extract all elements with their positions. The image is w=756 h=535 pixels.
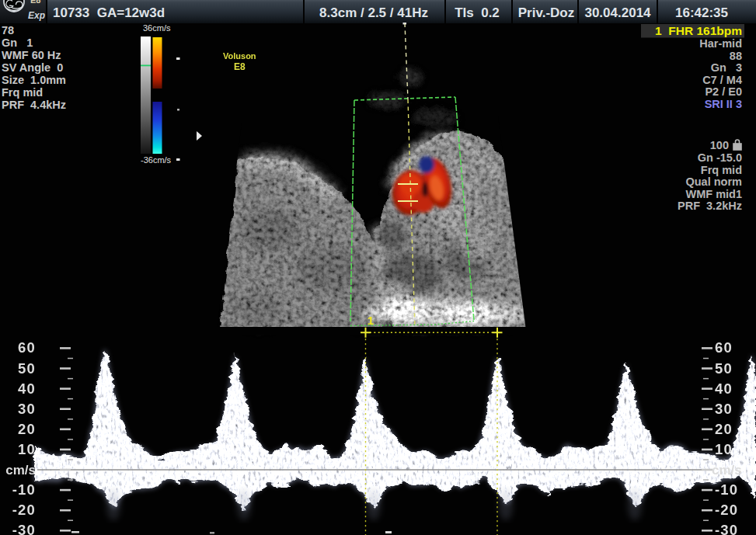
- svg-text:Har-mid: Har-mid: [699, 37, 742, 50]
- svg-text:36cm/s: 36cm/s: [143, 23, 171, 33]
- svg-text:Gn 1: Gn 1: [2, 36, 33, 49]
- svg-text:10733 GA=12w3d: 10733 GA=12w3d: [53, 5, 165, 20]
- svg-text:60: 60: [18, 339, 36, 356]
- svg-text:88: 88: [730, 50, 742, 62]
- svg-text:-30: -30: [715, 522, 738, 535]
- svg-text:PRF 3.2kHz: PRF 3.2kHz: [678, 200, 742, 212]
- svg-text:1 FHR 161bpm: 1 FHR 161bpm: [655, 24, 742, 37]
- svg-text:SV Angle 0: SV Angle 0: [2, 61, 63, 74]
- svg-text:-10: -10: [12, 481, 36, 498]
- svg-text:PRF 4.4kHz: PRF 4.4kHz: [2, 99, 66, 111]
- svg-text:Frq mid: Frq mid: [2, 86, 43, 99]
- svg-text:-20: -20: [12, 502, 36, 518]
- svg-text:30: 30: [18, 401, 36, 417]
- svg-text:Qual norm: Qual norm: [685, 175, 742, 188]
- svg-text:10: 10: [715, 441, 733, 457]
- svg-text:WMF mid1: WMF mid1: [686, 188, 743, 200]
- svg-text:8.3cm / 2.5 / 41Hz: 8.3cm / 2.5 / 41Hz: [319, 5, 428, 20]
- svg-text:40: 40: [18, 380, 36, 397]
- svg-text:WMF 60 Hz: WMF 60 Hz: [2, 49, 61, 61]
- svg-text:Exp: Exp: [28, 10, 45, 21]
- svg-text:1: 1: [368, 314, 374, 327]
- svg-text:20: 20: [18, 421, 36, 437]
- svg-text:10: 10: [18, 441, 36, 457]
- svg-text:Priv.-Doz: Priv.-Doz: [518, 5, 574, 20]
- svg-text:SRI II 3: SRI II 3: [705, 98, 742, 110]
- svg-text:20: 20: [715, 421, 733, 437]
- svg-text:cm/s: cm/s: [712, 463, 742, 478]
- svg-text:Gn -15.0: Gn -15.0: [698, 151, 742, 164]
- svg-text:50: 50: [18, 360, 36, 377]
- svg-text:60: 60: [715, 339, 733, 356]
- svg-text:P2 / E0: P2 / E0: [705, 85, 742, 98]
- svg-text:50: 50: [715, 360, 733, 377]
- svg-text:Frq mid: Frq mid: [701, 164, 742, 176]
- svg-text:E8: E8: [234, 61, 246, 72]
- svg-text:C7 / M4: C7 / M4: [702, 74, 742, 86]
- svg-text:-30: -30: [12, 522, 36, 535]
- svg-text:-10: -10: [715, 481, 738, 498]
- svg-text:100: 100: [710, 139, 729, 151]
- svg-text:TIs 0.2: TIs 0.2: [455, 5, 500, 20]
- svg-text:cm/s: cm/s: [5, 463, 36, 478]
- svg-text:Size 1.0mm: Size 1.0mm: [2, 74, 66, 86]
- svg-text:30.04.2014: 30.04.2014: [584, 5, 651, 20]
- svg-text:-20: -20: [715, 502, 738, 518]
- svg-text:40: 40: [715, 380, 733, 397]
- svg-text:30: 30: [715, 401, 733, 417]
- svg-text:78: 78: [2, 24, 14, 36]
- svg-text:E8: E8: [30, 0, 40, 5]
- svg-text:-36cm/s: -36cm/s: [141, 155, 172, 165]
- svg-text:Voluson: Voluson: [223, 51, 256, 61]
- svg-text:16:42:35: 16:42:35: [675, 5, 728, 20]
- svg-text:Gn 3: Gn 3: [711, 61, 742, 74]
